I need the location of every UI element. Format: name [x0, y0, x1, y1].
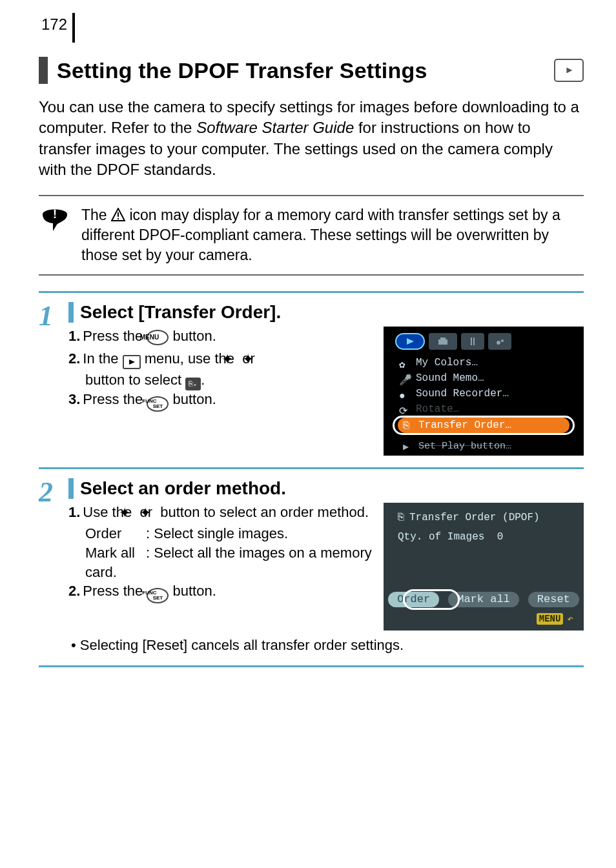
section-heading: Setting the DPOF Transfer Settings [39, 57, 584, 84]
lcd-tab-playback-icon [395, 333, 425, 350]
soundmemo-icon: 🎤 [399, 373, 411, 383]
transfer-icon: ⎘ [403, 420, 415, 430]
svg-rect-9 [471, 338, 472, 345]
lcd2-highlight-ring [403, 589, 460, 610]
camera-screen-transfer-order: ⎘ Transfer Order (DPOF) Qty. of Images 0… [384, 503, 584, 631]
page-number-value: 172 [41, 15, 67, 33]
lcd-menu-item: ▶ Set Play button… [403, 441, 511, 452]
menu-button-icon: MENU [147, 330, 169, 345]
lcd-menu-label: Rotate… [416, 401, 459, 417]
lcd-menu-item-highlighted: ⎘ Transfer Order… [398, 418, 570, 433]
lcd-menu-item: ✿My Colors… [399, 355, 568, 370]
def-desc: : Select single images. [146, 525, 288, 541]
camera-screen-menu: ✿My Colors… 🎤Sound Memo… ●Sound Recorder… [384, 327, 584, 456]
line-text: Press the [83, 391, 147, 407]
back-arrow-icon: ↶ [567, 612, 573, 625]
lcd-menu-label: Transfer Order… [418, 419, 511, 431]
note-text-after: icon may display for a memory card with … [81, 207, 560, 263]
lcd2-title-row: ⎘ Transfer Order (DPOF) [398, 512, 540, 523]
svg-marker-6 [407, 338, 414, 345]
manual-page: { "page_number": "172", "heading": "Sett… [0, 0, 616, 693]
steps-list: 1 Select [Transfer Order]. 1.Press the M… [39, 291, 584, 667]
svg-rect-8 [440, 338, 446, 340]
lcd-tab-tools-icon [461, 333, 484, 350]
step-title: Select an order method. [80, 478, 286, 499]
line-text: In the [83, 350, 122, 367]
step1-line2: 2.In the menu, use the ✦ or ✦ [68, 349, 373, 368]
playback-mode-icon [554, 59, 584, 82]
svg-point-12 [501, 339, 504, 342]
def-label: Mark all [85, 543, 146, 563]
func-set-button-icon: FUNCSET [147, 588, 169, 603]
step2-line2: 2.Press the FUNCSET button. [68, 581, 373, 605]
line-number: 2. [68, 583, 80, 599]
step-number: 1 [39, 302, 68, 456]
lcd-menu-label: Set Play button… [418, 441, 511, 452]
intro-paragraph: You can use the camera to specify settin… [39, 97, 584, 181]
lcd-menu-label: Sound Recorder… [416, 386, 509, 401]
step-accent-bar [68, 478, 74, 499]
markall-definition: Mark all: Select all the images on a mem… [68, 543, 373, 581]
step1-line2b: button to select ⎘▸. [68, 370, 373, 390]
section-title: Setting the DPOF Transfer Settings [57, 58, 545, 83]
lcd-menu-label: My Colors… [416, 355, 478, 370]
lcd2-qty-row: Qty. of Images 0 [398, 531, 503, 543]
svg-rect-10 [473, 338, 475, 345]
line-text: . [201, 372, 205, 388]
def-label: Order [85, 524, 146, 543]
svg-text:!: ! [53, 208, 57, 221]
transfer-icon: ⎘ [398, 512, 404, 523]
line-number: 2. [68, 350, 80, 367]
lcd-menu-list: ✿My Colors… 🎤Sound Memo… ●Sound Recorder… [399, 355, 568, 418]
lcd-tab-mycamera-icon [488, 333, 511, 350]
lcd2-menu-label: MENU [537, 613, 564, 625]
step1-line1: 1.Press the MENU button. [68, 327, 373, 347]
lcd-menu-label: Sound Memo… [416, 370, 484, 386]
step2-note: • Selecting [Reset] cancels all transfer… [68, 637, 584, 654]
svg-rect-7 [438, 339, 447, 345]
line-text: Press the [83, 328, 147, 344]
step-1: 1 Select [Transfer Order]. 1.Press the M… [39, 293, 584, 469]
lcd2-qty-value: 0 [497, 531, 504, 543]
rotate-icon: ⟳ [399, 404, 411, 414]
step-instructions: 1.Use the ✦ or ✦ button to select an ord… [68, 503, 373, 631]
svg-rect-3 [118, 212, 119, 217]
soundrec-icon: ● [399, 389, 411, 399]
transfer-order-icon: ⎘▸ [185, 378, 201, 390]
order-definition: Order: Select single images. [68, 524, 373, 543]
warning-triangle-icon [111, 207, 125, 221]
playback-menu-icon [123, 355, 141, 369]
step2-note-text: Selecting [Reset] cancels all transfer o… [80, 637, 404, 653]
lcd2-title: Transfer Order (DPOF) [409, 512, 540, 523]
line-text: Press the [83, 583, 147, 599]
step2-line1: 1.Use the ✦ or ✦ button to select an ord… [68, 503, 373, 522]
heading-accent-bar [39, 57, 48, 84]
lcd-menu-item: 🎤Sound Memo… [399, 370, 568, 386]
lcd-tab-print-icon [429, 333, 457, 350]
step1-line3: 3.Press the FUNCSET button. [68, 390, 373, 413]
playbtn-icon: ▶ [403, 441, 415, 451]
line-text: button. [169, 583, 216, 599]
caution-bubble-icon: ! [40, 205, 70, 235]
lcd-tab-bar [395, 332, 572, 351]
line-number: 3. [68, 391, 80, 407]
caution-note: ! The icon may display for a memory card… [39, 195, 584, 276]
line-text: button. [169, 328, 216, 344]
line-text: button to select an order method. [156, 504, 369, 520]
line-text: button to select [85, 372, 185, 388]
lcd2-menu-footer: MENU ↶ [537, 612, 573, 625]
lcd2-qty-label: Qty. of Images [398, 531, 484, 543]
step-accent-bar [68, 302, 74, 323]
note-text-before: The [81, 207, 111, 223]
caution-text: The icon may display for a memory card w… [81, 205, 580, 265]
step-title: Select [Transfer Order]. [80, 302, 281, 323]
line-text: button. [169, 391, 216, 407]
line-number: 1. [68, 504, 80, 520]
line-number: 1. [68, 328, 80, 344]
svg-point-11 [497, 341, 500, 345]
func-set-button-icon: FUNCSET [147, 396, 169, 412]
svg-rect-4 [118, 218, 119, 219]
svg-marker-5 [129, 359, 135, 365]
intro-reference-title: Software Starter Guide [196, 119, 354, 136]
step-number: 2 [39, 478, 68, 654]
